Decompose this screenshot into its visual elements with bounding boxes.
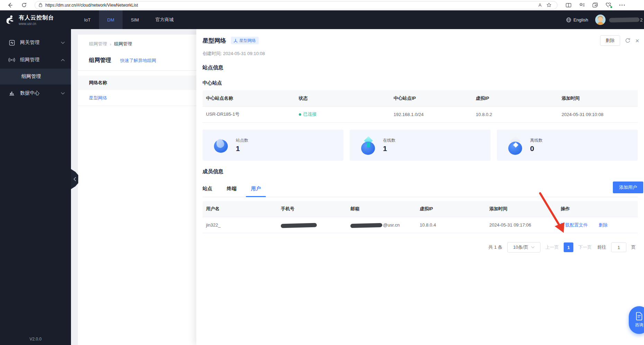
top-nav: IoT DM SIM 官方商城 — [76, 10, 182, 29]
delete-user-link[interactable]: 删除 — [599, 222, 608, 228]
star-network-icon — [234, 39, 238, 43]
table-row: jin322_ @usr.cn 10.8.0.4 2024-05-31 09:1… — [203, 217, 638, 233]
sidebar-subitem-label: 组网管理 — [21, 73, 41, 80]
app-header: 有人云控制台 www.usr.cn IoT DM SIM 官方商城 Englis… — [0, 10, 644, 29]
user-avatar[interactable] — [595, 15, 606, 25]
browser-toolbar: https://dm.usr.cn/#/cloud/network/ViewNe… — [0, 0, 644, 10]
col-center-site-name: 中心站点名称 — [203, 90, 295, 106]
stat-value: 0 — [530, 144, 543, 153]
browser-refresh-button[interactable] — [19, 1, 28, 10]
table-row: USR-DR185-1号 已连接 192.168.1.0/24 10.8.0.2… — [203, 106, 638, 122]
chevron-down-icon — [61, 92, 65, 95]
sidebar-item-networking[interactable]: 组网管理 — [0, 51, 71, 69]
prev-page-button[interactable]: 上一页 — [545, 244, 559, 250]
nav-tab-iot[interactable]: IoT — [76, 10, 99, 29]
gateway-icon — [8, 40, 15, 46]
online-count-icon — [360, 137, 377, 153]
sidebar-subitem-networking[interactable]: 组网管理 — [0, 69, 71, 85]
center-site-name: USR-DR185-1号 — [203, 106, 295, 122]
app-subtitle: www.usr.cn — [19, 22, 54, 26]
user-username: jin322_ — [203, 217, 277, 233]
read-aloud-icon[interactable]: A — [538, 2, 542, 8]
sidebar-item-label: 组网管理 — [20, 57, 39, 63]
next-page-button[interactable]: 下一页 — [578, 244, 592, 250]
detail-title: 星型网络 — [203, 37, 226, 45]
bar-chart-icon — [8, 90, 15, 96]
quick-guide-link[interactable]: 快速了解异地组网 — [120, 57, 156, 64]
stat-card-online: 在线数 1 — [350, 130, 491, 161]
badge-label: 星型网络 — [239, 38, 256, 44]
favorites-bar-icon[interactable] — [579, 2, 585, 8]
add-user-button[interactable]: 添加用户 — [613, 182, 643, 193]
language-label: English — [573, 17, 588, 23]
stat-value: 1 — [383, 144, 395, 153]
goto-label: 前往 — [597, 244, 606, 250]
status-badge: 已连接 — [299, 111, 390, 117]
download-config-link[interactable]: 下载配置文件 — [561, 222, 588, 228]
language-switcher[interactable]: English — [566, 17, 588, 23]
nav-tab-dm[interactable]: DM — [99, 10, 123, 29]
site-info-title: 站点信息 — [196, 57, 644, 71]
usr-person-logo-icon — [4, 14, 16, 26]
nav-tab-sim[interactable]: SIM — [123, 10, 147, 29]
goto-page-input[interactable] — [611, 242, 626, 252]
center-site-table: 中心站点名称 状态 中心站点IP 虚拟IP 添加时间 USR-DR185-1号 … — [203, 90, 638, 123]
center-site-ip: 192.168.1.0/24 — [390, 106, 473, 122]
page-title: 组网管理 — [89, 57, 111, 64]
split-screen-icon[interactable] — [566, 3, 571, 8]
site-lock-icon[interactable] — [38, 3, 43, 7]
favorite-star-icon[interactable] — [546, 2, 552, 8]
offline-count-icon — [507, 137, 524, 153]
user-menu[interactable]: 2 — [609, 17, 643, 23]
refresh-icon[interactable] — [625, 38, 630, 43]
tab-terminals[interactable]: 终端 — [227, 186, 236, 197]
sidebar: 网关管理 组网管理 组网管理 数据中心 V2.0.0 — [0, 29, 71, 345]
document-icon — [635, 312, 643, 320]
brand-logo[interactable]: 有人云控制台 www.usr.cn — [0, 14, 71, 26]
network-detail-drawer: 星型网络 星型网络 删除 × 创建时间: 2024-05-31 09:10:08… — [196, 29, 644, 345]
breadcrumb-current: 组网管理 — [114, 41, 132, 47]
total-count: 共 1 条 — [489, 244, 502, 250]
page-size-select[interactable]: 10条/页 — [507, 242, 540, 253]
consult-label: 咨询 — [635, 322, 643, 328]
center-site-title: 中心站点 — [196, 71, 644, 86]
globe-icon — [566, 17, 571, 23]
network-name-link[interactable]: 星型网络 — [89, 95, 107, 101]
chevron-down-icon — [61, 42, 65, 44]
url-text[interactable]: https://dm.usr.cn/#/cloud/network/ViewNe… — [45, 3, 538, 8]
redacted-username — [609, 17, 639, 23]
nav-tab-mall[interactable]: 官方商城 — [147, 10, 182, 29]
user-added-time: 2024-05-31 09:17:06 — [486, 217, 557, 233]
sidebar-item-gateway[interactable]: 网关管理 — [0, 34, 71, 51]
sidebar-collapse-handle[interactable] — [71, 169, 78, 189]
browser-more-icon[interactable]: ··· — [619, 2, 626, 8]
col-username: 用户名 — [203, 201, 277, 217]
col-virtual-ip: 虚拟IP — [416, 201, 486, 217]
added-time: 2024-05-31 09:10:08 — [558, 106, 638, 122]
chevron-up-icon — [61, 59, 65, 61]
col-phone: 手机号 — [277, 201, 347, 217]
tab-users[interactable]: 用户 — [251, 186, 261, 197]
consult-fab[interactable]: 咨询 — [629, 306, 644, 334]
network-signal-icon — [8, 57, 15, 63]
address-bar[interactable]: https://dm.usr.cn/#/cloud/network/ViewNe… — [35, 1, 557, 9]
delete-network-button[interactable]: 删除 — [600, 35, 620, 46]
browser-back-button[interactable] — [6, 1, 15, 10]
stat-card-offline: 离线数 0 — [497, 130, 638, 161]
breadcrumb-parent[interactable]: 组网管理 — [89, 41, 107, 47]
close-icon[interactable]: × — [635, 37, 639, 44]
col-added-time: 添加时间 — [558, 90, 638, 106]
collections-icon[interactable] — [592, 2, 598, 8]
table-header-row: 用户名 手机号 邮箱 虚拟IP 添加时间 操作 — [203, 201, 638, 217]
sidebar-item-datacenter[interactable]: 数据中心 — [0, 85, 71, 102]
col-center-site-ip: 中心站点IP — [390, 90, 473, 106]
col-email: 邮箱 — [347, 201, 416, 217]
tab-sites[interactable]: 站点 — [203, 186, 212, 197]
current-page-button[interactable]: 1 — [564, 242, 573, 252]
stat-label: 在线数 — [383, 138, 395, 143]
username-suffix: 2 — [640, 17, 643, 23]
pagination: 共 1 条 10条/页 上一页 1 下一页 前往 页 — [196, 242, 636, 253]
member-tabs: 站点 终端 用户 添加用户 — [203, 182, 638, 197]
browser-essentials-icon[interactable] — [606, 2, 611, 8]
sidebar-item-label: 网关管理 — [20, 39, 39, 46]
